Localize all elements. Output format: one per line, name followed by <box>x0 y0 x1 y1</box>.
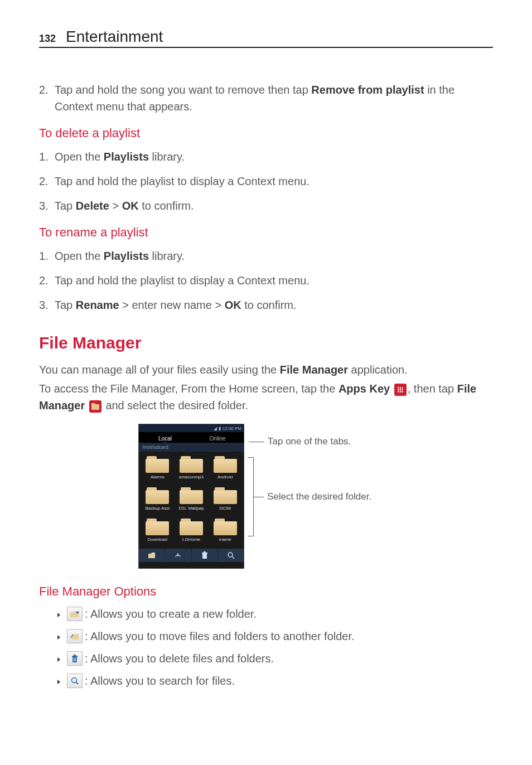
svg-point-3 <box>228 553 233 557</box>
new-folder-button[interactable] <box>139 549 165 562</box>
option-move: : Allows you to move files and folders t… <box>57 629 493 643</box>
folder-item[interactable]: Android <box>209 456 241 484</box>
folder-grid: Alarms amazonmp3 Android Backup Assi D1L… <box>139 452 244 549</box>
folder-item[interactable]: Download <box>141 519 174 546</box>
option-search: : Allows you to search for files. <box>57 674 493 688</box>
delete-step-2: 2. Tap and hold the playlist to display … <box>39 173 493 190</box>
tab-local[interactable]: Local <box>139 432 191 443</box>
step-number: 2. <box>39 81 55 115</box>
path-bar: /mnt/sdcard <box>139 443 244 452</box>
caret-icon <box>57 652 62 665</box>
caret-icon <box>57 608 62 621</box>
heading-rename-playlist: To rename a playlist <box>39 225 493 240</box>
folder-icon <box>214 456 237 473</box>
heading-file-manager-options: File Manager Options <box>39 584 493 599</box>
new-folder-icon <box>67 607 83 621</box>
folder-icon <box>146 519 169 535</box>
rename-step-1: 1. Open the Playlists library. <box>39 248 493 264</box>
bottom-bar <box>139 549 244 562</box>
option-text: : Allows you to create a new folder. <box>85 608 257 621</box>
delete-button[interactable] <box>192 549 218 562</box>
folder-icon <box>146 487 169 504</box>
rename-step-3: 3. Tap Rename > enter new name > OK to c… <box>39 297 493 313</box>
folder-item[interactable]: mame <box>209 519 241 546</box>
search-icon <box>67 674 83 688</box>
section-title-file-manager: File Manager <box>39 333 493 352</box>
svg-rect-6 <box>72 656 78 657</box>
phone-screenshot: ◢ ▮ 12:00 PM Local Online /mnt/sdcard Al… <box>138 424 244 569</box>
folder-item[interactable]: DCIM <box>209 487 241 515</box>
folder-item[interactable]: D1L Wallpap <box>175 487 208 515</box>
folder-icon <box>146 456 169 473</box>
folder-item[interactable]: LGHome <box>175 519 208 546</box>
option-new-folder: : Allows you to create a new folder. <box>57 607 493 621</box>
option-text: : Allows you to delete files and folders… <box>85 652 274 665</box>
page-number: 132 <box>39 33 56 45</box>
folder-icon <box>214 519 237 535</box>
folder-item[interactable]: Backup Assi <box>141 487 174 515</box>
fm-intro-2: To access the File Manager, From the Hom… <box>39 380 493 414</box>
delete-icon <box>67 651 83 666</box>
caret-icon <box>57 630 62 643</box>
search-button[interactable] <box>218 549 244 562</box>
folder-icon <box>180 487 203 504</box>
tabs-row: Local Online <box>139 432 244 443</box>
chapter-title: Entertainment <box>66 28 163 46</box>
step-text: Tap and hold the song you want to remove… <box>55 81 493 115</box>
remove-step-2: 2. Tap and hold the song you want to rem… <box>39 81 493 115</box>
folder-item[interactable]: amazonmp3 <box>175 456 208 484</box>
option-text: : Allows you to search for files. <box>85 675 235 687</box>
svg-line-4 <box>232 556 234 559</box>
folder-icon <box>214 487 237 504</box>
fm-intro-1: You can manage all of your files easily … <box>39 361 493 378</box>
apps-key-icon <box>394 384 407 396</box>
delete-step-3: 3. Tap Delete > OK to confirm. <box>39 197 493 214</box>
status-bar: ◢ ▮ 12:00 PM <box>139 424 244 432</box>
file-manager-figure: ◢ ▮ 12:00 PM Local Online /mnt/sdcard Al… <box>39 424 493 569</box>
callout-tabs: Tap one of the tabs. <box>268 436 351 447</box>
folder-icon <box>180 456 203 473</box>
tab-online[interactable]: Online <box>191 432 244 443</box>
svg-point-11 <box>72 678 77 683</box>
page-header: 132 Entertainment <box>39 28 493 48</box>
svg-rect-2 <box>204 551 206 553</box>
file-manager-icon <box>89 400 101 413</box>
callout-select-folder: Select the desired folder. <box>267 491 371 502</box>
clock-text: 12:00 PM <box>223 426 241 431</box>
rename-step-2: 2. Tap and hold the playlist to display … <box>39 272 493 289</box>
option-text: : Allows you to move files and folders t… <box>85 630 355 643</box>
wifi-icon: ◢ <box>214 426 217 431</box>
move-icon <box>67 629 83 643</box>
delete-step-1: 1. Open the Playlists library. <box>39 148 493 165</box>
move-button[interactable] <box>165 549 191 562</box>
folder-item[interactable]: Alarms <box>141 456 174 484</box>
caret-icon <box>57 675 62 687</box>
svg-line-12 <box>76 682 79 685</box>
heading-delete-playlist: To delete a playlist <box>39 126 493 141</box>
signal-icon: ▮ <box>219 426 221 431</box>
option-delete: : Allows you to delete files and folders… <box>57 651 493 666</box>
folder-icon <box>180 519 203 535</box>
svg-rect-0 <box>202 554 207 559</box>
svg-rect-1 <box>202 553 207 554</box>
svg-rect-7 <box>74 655 76 656</box>
